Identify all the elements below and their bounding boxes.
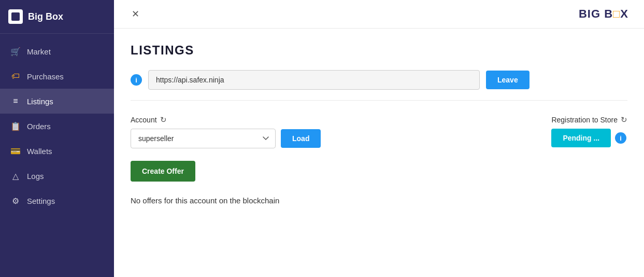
- header-left: ✕: [130, 6, 141, 22]
- orders-icon: 📋: [10, 121, 21, 131]
- wallets-icon: 💳: [10, 146, 21, 156]
- create-offer-button[interactable]: Create Offer: [131, 161, 195, 182]
- sidebar-item-settings[interactable]: ⚙ Settings: [0, 188, 114, 213]
- logs-icon: △: [10, 171, 21, 181]
- sidebar-item-label: Listings: [27, 97, 53, 106]
- sidebar-item-label: Orders: [27, 122, 51, 131]
- logo-icon: [8, 9, 23, 24]
- api-info-icon[interactable]: i: [131, 74, 142, 86]
- sidebar-logo-text: Big Box: [28, 11, 63, 22]
- registration-info-icon[interactable]: i: [615, 132, 626, 144]
- market-icon: 🛒: [10, 46, 21, 57]
- load-button[interactable]: Load: [281, 129, 321, 148]
- main-content: ✕ BIG B□X LISTINGS i Leave Account ↻: [114, 0, 644, 277]
- sidebar-item-label: Settings: [27, 197, 55, 205]
- purchases-icon: 🏷: [10, 71, 21, 81]
- sidebar-item-market[interactable]: 🛒 Market: [0, 39, 114, 64]
- account-block: Account ↻ superseller Load: [131, 115, 321, 148]
- sidebar-item-purchases[interactable]: 🏷 Purchases: [0, 64, 114, 89]
- sidebar: Big Box 🛒 Market 🏷 Purchases ≡ Listings …: [0, 0, 114, 277]
- no-offers-message: No offers for this account on the blockc…: [131, 196, 627, 205]
- account-section: Account ↻ superseller Load Registration …: [131, 115, 627, 148]
- brand-box-o-text: □: [613, 7, 620, 20]
- registration-block: Registration to Store ↻ Pending ... i: [551, 115, 627, 147]
- sidebar-item-listings[interactable]: ≡ Listings: [0, 89, 114, 114]
- sidebar-item-wallets[interactable]: 💳 Wallets: [0, 138, 114, 163]
- sidebar-item-orders[interactable]: 📋 Orders: [0, 114, 114, 138]
- sidebar-item-label: Purchases: [27, 72, 64, 81]
- close-button[interactable]: ✕: [130, 6, 141, 22]
- registration-controls: Pending ... i: [551, 129, 627, 147]
- sidebar-logo: Big Box: [0, 0, 114, 34]
- page-content: LISTINGS i Leave Account ↻ superseller L…: [114, 29, 644, 277]
- registration-label: Registration to Store ↻: [551, 115, 627, 124]
- top-bar: ✕ BIG B□X: [114, 0, 644, 29]
- sidebar-item-label: Wallets: [27, 147, 52, 156]
- brand-box-b-text: B: [604, 7, 613, 20]
- api-row: i Leave: [131, 70, 627, 101]
- registration-refresh-icon[interactable]: ↻: [621, 115, 627, 124]
- brand-big-text: BIG: [579, 7, 600, 20]
- page-title: LISTINGS: [131, 43, 627, 58]
- account-refresh-icon[interactable]: ↻: [160, 115, 167, 124]
- sidebar-navigation: 🛒 Market 🏷 Purchases ≡ Listings 📋 Orders…: [0, 34, 114, 218]
- leave-button[interactable]: Leave: [486, 71, 529, 89]
- api-url-input[interactable]: [148, 70, 480, 90]
- logo-icon-inner: [11, 12, 20, 21]
- sidebar-item-logs[interactable]: △ Logs: [0, 163, 114, 188]
- brand-box-x-text: X: [620, 7, 628, 20]
- account-controls: superseller Load: [131, 129, 321, 148]
- listings-icon: ≡: [10, 96, 21, 106]
- account-select[interactable]: superseller: [131, 129, 276, 148]
- settings-icon: ⚙: [10, 196, 21, 206]
- brand-logo: BIG B□X: [579, 7, 628, 21]
- pending-button[interactable]: Pending ...: [551, 129, 611, 147]
- account-label: Account ↻: [131, 115, 321, 124]
- sidebar-item-label: Market: [27, 47, 51, 56]
- sidebar-item-label: Logs: [27, 172, 44, 181]
